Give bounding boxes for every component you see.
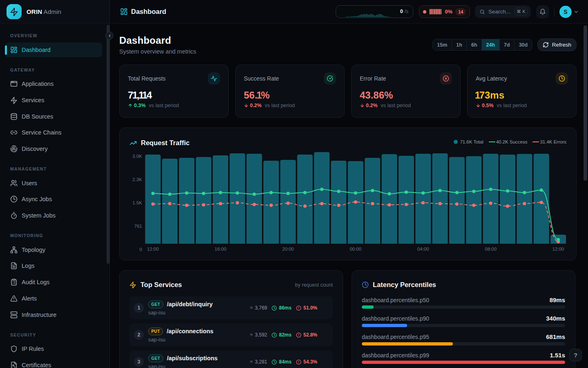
svg-text:20:00: 20:00 [282,247,294,251]
svg-text:12:00: 12:00 [147,247,159,251]
svg-text:00:00: 00:00 [350,247,361,251]
svg-text:1.5K: 1.5K [132,200,142,205]
svg-text:04:00: 04:00 [417,247,429,251]
svg-text:12:00: 12:00 [552,247,564,251]
svg-text:2.3K: 2.3K [132,177,142,182]
svg-text:08:00: 08:00 [485,247,497,251]
svg-text:3.0K: 3.0K [132,154,142,159]
svg-text:0: 0 [140,247,142,252]
svg-text:761: 761 [134,224,142,229]
svg-text:16:00: 16:00 [215,247,227,251]
